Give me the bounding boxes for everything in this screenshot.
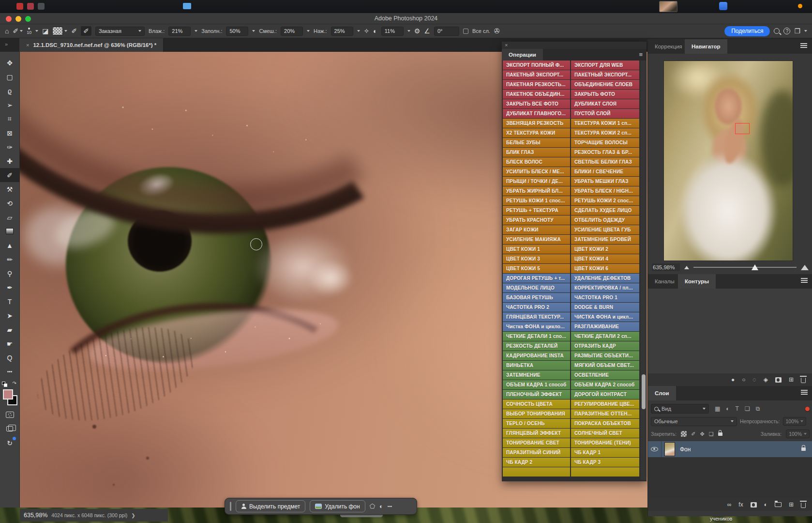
- tab-channels[interactable]: Каналы: [648, 274, 681, 289]
- action-button[interactable]: ВЫБОР ТОНИРОВАНИЯ: [503, 409, 570, 418]
- smoothing-options-gear-icon[interactable]: ⚙: [414, 28, 421, 34]
- new-path-icon[interactable]: ⊞: [789, 377, 794, 383]
- desktop-app-icon-gray[interactable]: [38, 3, 45, 10]
- action-button[interactable]: ЗВЕНЯЩАЯ РЕЗКОСТЬ: [503, 119, 570, 128]
- tool-preset-picker[interactable]: ✐: [13, 28, 23, 34]
- blend-mode-select[interactable]: Обычные: [651, 417, 737, 426]
- home-icon[interactable]: ⌂: [5, 28, 9, 34]
- remove-background-button[interactable]: Удалить фон: [310, 500, 365, 512]
- navigator-zoom-slider[interactable]: [693, 264, 797, 271]
- action-button[interactable]: РЕТУШЬ + ТЕКСТУРА: [503, 206, 570, 215]
- action-button[interactable]: ЧАСТОТКА PRO 1: [571, 293, 639, 302]
- actions-scrollbar[interactable]: [641, 61, 646, 480]
- document-tab[interactable]: × 12.1.DSC_9710.nef.nef.nef @ 636% (RGB/…: [19, 38, 164, 52]
- tab-actions[interactable]: Операции: [502, 49, 543, 61]
- filter-adjustment-layers-icon[interactable]: ◐: [726, 405, 729, 412]
- zoom-tool[interactable]: Q: [0, 351, 20, 365]
- zoom-in-icon[interactable]: [801, 265, 809, 270]
- action-button[interactable]: ПАКЕТНАЯ РЕЗКОСТЬ...: [503, 80, 570, 89]
- link-layers-icon[interactable]: ∞: [727, 502, 732, 508]
- action-button[interactable]: ЦВЕТ КОЖИ 4: [571, 254, 639, 263]
- filter-pixel-layers-icon[interactable]: ▦: [715, 405, 720, 412]
- selection-from-path-icon[interactable]: ◌: [753, 377, 756, 383]
- quick-mask-icon[interactable]: [0, 408, 20, 422]
- action-button[interactable]: УБРАТЬ БЛЕСК / HIGH...: [571, 186, 639, 196]
- action-button[interactable]: ТОНИРОВАНИЕ СВЕТ: [503, 438, 570, 447]
- action-button[interactable]: ЧАСТОТКА PRO 2: [503, 303, 570, 312]
- action-button[interactable]: ЗАКРЫТЬ ФОТО: [571, 90, 639, 99]
- action-button[interactable]: ПАРАЗИТНЫЕ ОТТЕН...: [571, 409, 639, 418]
- action-button[interactable]: ВИНЬЕТКА: [503, 361, 570, 370]
- layers-menu-icon[interactable]: [801, 390, 808, 391]
- action-button[interactable]: ЧЕТКИЕ ДЕТАЛИ 1 спо...: [503, 332, 570, 341]
- action-button[interactable]: TEPLO / ОСЕНЬ: [503, 419, 570, 428]
- action-button[interactable]: КОРРЕКТИРОВКА / пл...: [571, 283, 639, 292]
- action-button[interactable]: ЭКСПОРТ ДЛЯ WEB: [571, 61, 639, 70]
- fill-path-icon[interactable]: ●: [731, 377, 735, 383]
- action-button[interactable]: РЕТУШЬ КОЖИ 1 спос...: [503, 196, 570, 205]
- add-mask-icon[interactable]: [775, 377, 782, 383]
- crop-tool[interactable]: ⌗: [0, 112, 20, 126]
- healing-brush-tool[interactable]: ✚: [0, 154, 20, 168]
- mixer-brush-tool[interactable]: ✐: [0, 168, 20, 182]
- action-button[interactable]: ДУБЛИКАТ СЛОЯ: [571, 99, 639, 108]
- select-subject-button[interactable]: Выделить предмет: [236, 500, 305, 512]
- gradient-tool[interactable]: [0, 224, 20, 238]
- smoothing-chevron[interactable]: [407, 30, 410, 32]
- load-field[interactable]: 50%: [226, 27, 248, 36]
- rectangular-marquee-tool[interactable]: ▢: [0, 70, 20, 84]
- new-layer-icon[interactable]: ⊞: [789, 502, 794, 508]
- desktop-folder-icon[interactable]: [183, 3, 191, 9]
- action-button[interactable]: ЗАТЕМНЕНИЕ БРОВЕЙ: [571, 235, 639, 244]
- action-button[interactable]: ЦВЕТ КОЖИ 5: [503, 264, 570, 273]
- action-button[interactable]: ЧБ КАДР 1: [571, 448, 639, 457]
- action-button[interactable]: ОТБЕЛИТЬ ОДЕЖДУ: [571, 215, 639, 225]
- path-selection-tool[interactable]: ➤: [0, 308, 20, 323]
- mix-chevron[interactable]: [307, 30, 310, 32]
- path-from-selection-icon[interactable]: ◈: [764, 377, 768, 383]
- action-button[interactable]: УБРАТЬ ЖИРНЫЙ БЛ...: [503, 186, 570, 196]
- action-button[interactable]: СДЕЛАТЬ ХУДЕЕ ЛИЦО: [571, 206, 639, 215]
- action-button[interactable]: РЕТУШЬ КОЖИ 2 спос...: [571, 196, 639, 205]
- navigator-zoom-value[interactable]: 635,98%: [652, 263, 680, 271]
- action-button[interactable]: ТЕКСТУРА КОЖИ 1 сп...: [571, 119, 639, 128]
- tab-paths[interactable]: Контуры: [678, 274, 716, 289]
- smoothing-icon[interactable]: ◐: [373, 28, 377, 34]
- taskbar-drag-handle[interactable]: [230, 502, 231, 511]
- wet-chevron[interactable]: [195, 30, 197, 32]
- action-button[interactable]: ОБЪЕМ КАДРА 1 способ: [503, 380, 570, 389]
- history-brush-tool[interactable]: ⟲: [0, 196, 20, 210]
- swap-colors-icon[interactable]: ↷: [13, 381, 16, 386]
- eyedropper-tool[interactable]: ✑: [0, 140, 20, 154]
- zoom-out-icon[interactable]: [684, 266, 689, 269]
- action-button[interactable]: СВЕТЛЫЕ БЕЛКИ ГЛАЗ: [571, 157, 639, 167]
- desktop-app-icon-red2[interactable]: [27, 3, 34, 10]
- action-button[interactable]: ОБЪЕМ КАДРА 2 способ: [571, 380, 639, 389]
- navigator-preview[interactable]: [664, 61, 793, 261]
- action-button[interactable]: УСИЛЕНИЕ ЦВЕТА ГУБ: [571, 225, 639, 234]
- delete-layer-icon[interactable]: [801, 503, 806, 508]
- action-button[interactable]: ПАРАЗИТНЫЙ СИНИЙ: [503, 448, 570, 457]
- brush-angle-field[interactable]: 0°: [434, 27, 459, 36]
- lasso-tool[interactable]: ϱ: [0, 84, 20, 98]
- action-button[interactable]: СОЧНОСТЬ ЦВЕТА: [503, 400, 570, 409]
- action-button[interactable]: ЗАТЕМНЕНИЕ: [503, 370, 570, 380]
- paths-menu-icon[interactable]: [801, 278, 808, 279]
- stroke-path-icon[interactable]: ○: [742, 377, 745, 383]
- action-button[interactable]: УСИЛИТЬ БЛЕСК / МЕ...: [503, 167, 570, 176]
- action-button[interactable]: СОЛНЕЧНЫЙ СВЕТ: [571, 429, 639, 438]
- action-button[interactable]: ЦВЕТ КОЖИ 2: [571, 245, 639, 254]
- action-button[interactable]: ТОРЧАЩИЕ ВОЛОСЫ: [571, 138, 639, 147]
- sharpen-tool[interactable]: ▲: [0, 238, 20, 252]
- action-button[interactable]: ДОРОГАЯ РЕТУШЬ + т...: [503, 274, 570, 283]
- minimize-window-button[interactable]: [15, 16, 21, 22]
- action-button[interactable]: [503, 467, 570, 477]
- action-button[interactable]: ОБЪЕДИНЕНИЕ СЛОЕВ: [571, 80, 639, 89]
- action-button[interactable]: ГЛЯНЦЕВЫЙ ЭФФЕКТ: [503, 429, 570, 438]
- close-tab-icon[interactable]: ×: [26, 42, 29, 48]
- action-button[interactable]: ЧИСТКА ФОНА и цикл...: [571, 312, 639, 322]
- clean-brush-icon[interactable]: ✐: [81, 26, 91, 36]
- mix-field[interactable]: 20%: [281, 27, 303, 36]
- filter-toggle-pin[interactable]: [805, 407, 810, 411]
- mixer-preset-select[interactable]: Заказная: [95, 27, 145, 36]
